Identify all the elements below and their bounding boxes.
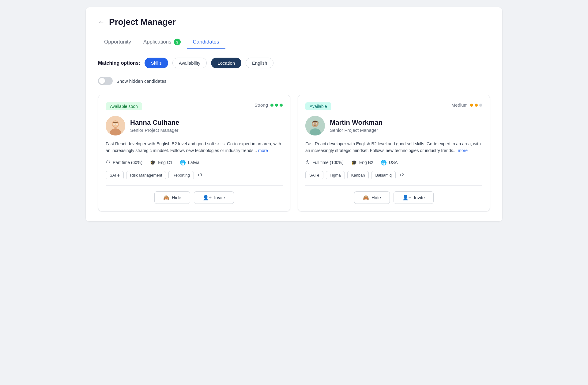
tab-candidates[interactable]: Candidates <box>187 36 225 49</box>
meta-location-martin: 🌐 USA <box>381 160 398 166</box>
availability-badge-martin: Available <box>305 102 331 110</box>
svg-point-14 <box>316 124 317 124</box>
avatar-martin <box>305 116 325 135</box>
location-icon-martin: 🌐 <box>381 160 387 166</box>
skill-risk-hanna: Risk Management <box>126 171 166 179</box>
meta-location-hanna: 🌐 Latvia <box>180 160 199 166</box>
time-icon-hanna: ⏱ <box>106 160 111 165</box>
card-actions-hanna: 🙈 Hide 👤+ Invite <box>106 191 283 204</box>
meta-time-hanna: ⏱ Part time (60%) <box>106 160 142 165</box>
avatar-hanna <box>106 116 125 135</box>
meta-row-hanna: ⏱ Part time (60%) 🎓 Eng C1 🌐 Latvia <box>106 160 283 166</box>
candidates-grid: Available soon Strong <box>98 95 490 212</box>
candidate-card-martin: Available Medium <box>298 95 490 212</box>
show-hidden-toggle[interactable] <box>98 77 113 85</box>
candidate-card-hanna: Available soon Strong <box>98 95 290 212</box>
match-strength-martin: Medium <box>451 102 482 108</box>
more-link-martin[interactable]: more <box>458 148 468 153</box>
matching-options-row: Matching options: Skills Availability Lo… <box>98 58 490 68</box>
skills-extra-hanna: +3 <box>196 171 203 179</box>
svg-point-6 <box>114 124 114 124</box>
applications-badge: 3 <box>174 39 181 45</box>
invite-icon-hanna: 👤+ <box>203 195 212 200</box>
meta-eng-martin: 🎓 Eng B2 <box>351 160 373 166</box>
svg-point-7 <box>117 124 117 124</box>
hanna-avatar-image <box>106 116 125 135</box>
skill-safe-hanna: SAFe <box>106 171 124 179</box>
chip-location[interactable]: Location <box>211 58 241 68</box>
candidate-title-hanna: Senior Project Manager <box>130 128 179 133</box>
chip-english[interactable]: English <box>246 58 273 68</box>
candidate-name-hanna: Hanna Culhane <box>130 119 179 127</box>
skills-row-martin: SAFe Figma Kanban Balsamiq +2 <box>305 171 482 179</box>
more-link-hanna[interactable]: more <box>258 148 268 153</box>
divider-martin <box>305 185 482 186</box>
chip-skills[interactable]: Skills <box>145 58 168 68</box>
match-dots-martin <box>470 104 482 107</box>
skill-balsamiq-martin: Balsamiq <box>371 171 395 179</box>
match-strength-hanna: Strong <box>254 102 283 108</box>
dot-m2 <box>475 104 478 107</box>
card-top-martin: Available Medium <box>305 102 482 110</box>
svg-point-13 <box>313 124 314 124</box>
hide-button-hanna[interactable]: 🙈 Hide <box>154 191 190 204</box>
description-hanna: Fast React developer with English B2 lev… <box>106 140 283 154</box>
invite-button-martin[interactable]: 👤+ Invite <box>394 191 434 204</box>
dot-2 <box>275 104 278 107</box>
matching-label: Matching options: <box>98 60 140 66</box>
eng-icon-hanna: 🎓 <box>150 160 156 166</box>
card-actions-martin: 🙈 Hide 👤+ Invite <box>305 191 482 204</box>
eng-icon-martin: 🎓 <box>351 160 357 166</box>
candidate-name-martin: Martin Workman <box>330 119 383 127</box>
page-title: Project Manager <box>109 17 176 27</box>
hide-button-martin[interactable]: 🙈 Hide <box>354 191 390 204</box>
toggle-label: Show hidden candidates <box>116 78 166 84</box>
card-top-hanna: Available soon Strong <box>106 102 283 110</box>
toggle-row: Show hidden candidates <box>98 77 490 85</box>
page-container: ← Project Manager Opportunity Applicatio… <box>86 7 502 221</box>
meta-time-martin: ⏱ Full time (100%) <box>305 160 344 165</box>
dot-3 <box>280 104 283 107</box>
skill-kanban-martin: Kanban <box>347 171 369 179</box>
dot-m3 <box>479 104 482 107</box>
match-dots-hanna <box>270 104 283 107</box>
chip-availability[interactable]: Availability <box>172 58 207 68</box>
divider-hanna <box>106 185 283 186</box>
skill-figma-martin: Figma <box>326 171 345 179</box>
skills-extra-martin: +2 <box>398 171 405 179</box>
hide-icon-hanna: 🙈 <box>163 195 169 200</box>
meta-row-martin: ⏱ Full time (100%) 🎓 Eng B2 🌐 USA <box>305 160 482 166</box>
availability-badge-hanna: Available soon <box>106 102 142 110</box>
time-icon-martin: ⏱ <box>305 160 310 165</box>
meta-eng-hanna: 🎓 Eng C1 <box>150 160 172 166</box>
invite-icon-martin: 👤+ <box>402 195 411 200</box>
page-header: ← Project Manager <box>98 17 490 27</box>
martin-avatar-image <box>305 116 325 135</box>
tab-bar: Opportunity Applications 3 Candidates <box>98 36 490 49</box>
description-martin: Fast React developer with English B2 lev… <box>305 140 482 154</box>
back-button[interactable]: ← <box>98 18 105 26</box>
hide-icon-martin: 🙈 <box>363 195 369 200</box>
tab-applications[interactable]: Applications 3 <box>137 36 187 49</box>
tab-opportunity[interactable]: Opportunity <box>98 36 137 49</box>
dot-m1 <box>470 104 473 107</box>
candidate-info-martin: Martin Workman Senior Project Manager <box>305 116 482 135</box>
location-icon-hanna: 🌐 <box>180 160 186 166</box>
candidate-info-hanna: Hanna Culhane Senior Project Manager <box>106 116 283 135</box>
skill-safe-martin: SAFe <box>305 171 323 179</box>
candidate-text-martin: Martin Workman Senior Project Manager <box>330 119 383 133</box>
candidate-text-hanna: Hanna Culhane Senior Project Manager <box>130 119 179 133</box>
dot-1 <box>270 104 273 107</box>
skill-reporting-hanna: Reporting <box>168 171 194 179</box>
invite-button-hanna[interactable]: 👤+ Invite <box>194 191 234 204</box>
skills-row-hanna: SAFe Risk Management Reporting +3 <box>106 171 283 179</box>
candidate-title-martin: Senior Project Manager <box>330 128 383 133</box>
